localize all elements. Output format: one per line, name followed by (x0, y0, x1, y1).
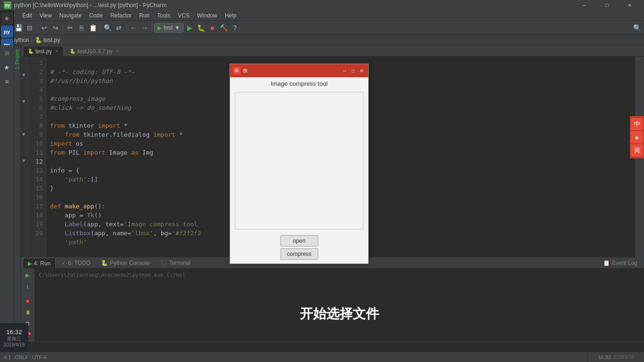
fold-9[interactable] (21, 111, 27, 118)
zh-input-helper: 中 ● 简 (630, 116, 644, 158)
line-num-12: 12 (27, 157, 43, 166)
terminal-icon: ⬛ (160, 260, 167, 266)
toolbar-help[interactable]: ? (230, 23, 240, 33)
debug-button[interactable]: 🐛 (196, 23, 206, 33)
toolbar-paste[interactable]: 📋 (88, 23, 98, 33)
line-num-3: 3 (27, 76, 43, 85)
tab-testj-py-label: testJ10.3.7.py (77, 48, 113, 55)
close-button[interactable]: ✕ (619, 0, 640, 10)
toolbar-undo[interactable]: ↩ (39, 23, 50, 33)
tab-testj-py-close[interactable]: ✕ (116, 49, 119, 54)
fold-3[interactable]: ▼ (21, 72, 27, 78)
fold-10[interactable] (21, 118, 27, 124)
python-console-label: Python Console (110, 260, 150, 266)
toolbar-search[interactable]: 🔍 (632, 23, 642, 33)
zh-btn-1[interactable]: 中 (631, 118, 643, 130)
toolbar-redo[interactable]: ↪ (50, 23, 61, 33)
tk-maximize-btn[interactable]: □ (349, 67, 357, 74)
tab-event-log[interactable]: 📋 Event Log (598, 258, 642, 268)
tab-test-py-close[interactable]: ✕ (55, 49, 58, 54)
run-restart-btn[interactable]: ▶ (23, 270, 33, 280)
minimize-button[interactable]: ─ (573, 0, 595, 10)
fold-2[interactable] (21, 65, 27, 72)
tk-open-button[interactable]: open (281, 235, 318, 247)
tk-minimize-btn[interactable]: ─ (341, 67, 348, 74)
menu-edit[interactable]: Edit (18, 10, 36, 21)
title-bar: py python [C:\helloWorld\python] - ...\t… (0, 0, 644, 10)
run-cmd-line: C:\Users\JulianYang\Anaconda2\python.exe… (39, 272, 640, 278)
fold-16[interactable]: ▼ (21, 157, 27, 164)
dock-star[interactable]: ★ (1, 12, 13, 25)
bottom-panel: ▶ 4: Run ✓ 6: TODO 🐍 Python Console ⬛ Te… (21, 257, 644, 352)
menu-tools[interactable]: Tools (153, 10, 174, 21)
menu-run[interactable]: Run (135, 10, 153, 21)
fold-14[interactable] (21, 144, 27, 151)
tab-test-py[interactable]: 🐍 test.py ✕ (23, 46, 64, 56)
stop-button[interactable]: ■ (207, 23, 217, 33)
tk-close-btn[interactable]: ✕ (358, 67, 365, 74)
fold-15[interactable] (21, 151, 27, 157)
fold-12[interactable]: ▼ (21, 131, 27, 138)
menu-navigate[interactable]: Navigate (56, 10, 85, 21)
fold-gutter: ▼ ▼ ▼ ▼ (21, 57, 27, 257)
fold-7[interactable]: ▼ (21, 98, 27, 105)
run-button[interactable]: ▶ (184, 23, 195, 33)
tab-testj-py[interactable]: 🐍 testJ10.3.7.py ✕ (65, 46, 124, 56)
fold-4[interactable] (21, 78, 27, 85)
menu-code[interactable]: Code (85, 10, 107, 21)
tk-label: Image compress tool (268, 77, 330, 90)
todo-tab-icon: ✓ (61, 260, 66, 266)
maximize-button[interactable]: □ (596, 0, 618, 10)
tk-compress-button[interactable]: compress (281, 248, 318, 260)
toolbar-build[interactable]: 🔨 (218, 23, 229, 33)
toolbar-nav-forward[interactable]: → (140, 23, 150, 33)
toolbar-nav-back[interactable]: ← (128, 23, 139, 33)
fold-8[interactable] (21, 105, 27, 111)
menu-refactor[interactable]: Refactor (107, 10, 135, 21)
run-scroll-btn[interactable]: ↕ (23, 281, 33, 292)
line-num-19: 19 (27, 220, 43, 229)
fold-13[interactable] (21, 138, 27, 144)
app-container: py python [C:\helloWorld\python] - ...\t… (0, 0, 644, 362)
run-pause-btn[interactable]: ⏸ (23, 307, 33, 318)
toolbar-save[interactable]: 💾 (13, 23, 24, 33)
fold-6[interactable] (21, 91, 27, 98)
window-title: python [C:\helloWorld\python] - ...\test… (14, 2, 573, 8)
dock-py1[interactable]: py (1, 25, 13, 38)
editor-tabs: 🐍 test.py ✕ 🐍 testJ10.3.7.py ✕ (21, 45, 644, 57)
sidebar-favorites-icon[interactable]: ★ (1, 61, 13, 74)
menu-window[interactable]: Window (193, 10, 221, 21)
tab-run[interactable]: ▶ 4: Run (23, 258, 56, 268)
menu-view[interactable]: View (36, 10, 56, 21)
toolbar-copy[interactable]: ⎘ (76, 23, 87, 33)
toolbar-save-all[interactable]: ⊟ (25, 23, 35, 33)
tab-todo[interactable]: ✓ 6: TODO (57, 258, 95, 268)
tab-terminal[interactable]: ⬛ Terminal (156, 258, 195, 268)
breadcrumb-file-name: test.py (43, 37, 60, 43)
run-config-selector[interactable]: ▶ test ▼ (154, 23, 183, 33)
toolbar-find[interactable]: 🔍 (102, 23, 113, 33)
menu-help[interactable]: Help (221, 10, 240, 21)
tab-python-console[interactable]: 🐍 Python Console (96, 258, 155, 268)
run-stop-btn[interactable]: ■ (23, 296, 33, 306)
toolbar-replace[interactable]: ⇄ (114, 23, 124, 33)
zh-btn-3[interactable]: 简 (631, 144, 643, 156)
tk-window: tk tk ─ □ ✕ Image compress tool open com… (230, 64, 369, 264)
toolbar-cut[interactable]: ✂ (65, 23, 75, 33)
line-num-18: 18 (27, 211, 43, 220)
fold-11[interactable] (21, 124, 27, 131)
zh-btn-2[interactable]: ● (631, 131, 643, 143)
v-label-project[interactable]: 1: Project (14, 45, 21, 73)
fold-1[interactable] (21, 58, 27, 65)
menu-vcs[interactable]: VCS (174, 10, 193, 21)
python-console-icon: 🐍 (101, 260, 108, 266)
breadcrumb-file[interactable]: 🐍 test.py (35, 37, 60, 43)
tk-listbox[interactable] (235, 92, 363, 230)
breadcrumb-separator: › (31, 37, 33, 43)
tk-title-bar: tk tk ─ □ ✕ (230, 64, 368, 77)
bottom-toolbar (0, 341, 644, 352)
line-num-1: 1 (27, 58, 43, 67)
fold-5[interactable] (21, 85, 27, 91)
sidebar-project-icon[interactable]: ⊞ (1, 47, 13, 59)
sidebar-structure-icon[interactable]: ≡ (1, 75, 13, 88)
